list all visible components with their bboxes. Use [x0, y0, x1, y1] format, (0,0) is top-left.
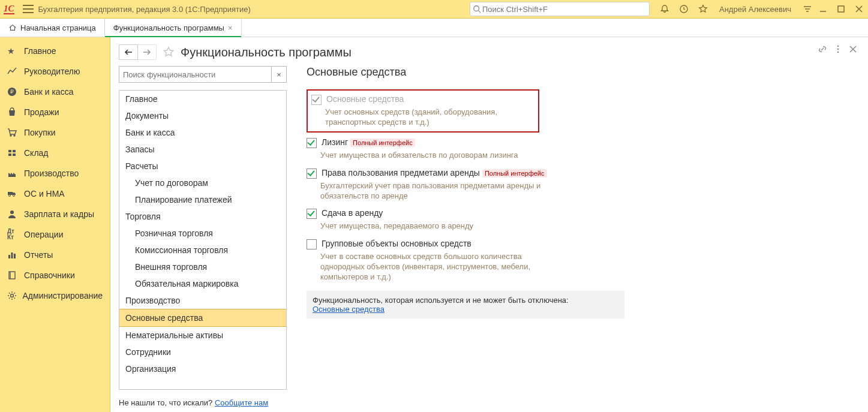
rent-rights-checkbox[interactable]	[307, 169, 317, 179]
functionality-search-input[interactable]	[119, 67, 271, 82]
tree-item[interactable]: Учет по договорам	[119, 175, 286, 191]
leasing-label: ЛизингПолный интерфейс	[322, 137, 415, 147]
sidebar-item-manager[interactable]: Руководителю	[0, 61, 110, 82]
content-row: × Главное Документы Банк и касса Запасы …	[119, 66, 857, 407]
close-button[interactable]	[854, 4, 864, 14]
nav-back-button[interactable]	[119, 44, 138, 60]
functionality-search[interactable]: ×	[119, 66, 287, 83]
sidebar-item-reports[interactable]: Отчеты	[0, 245, 110, 265]
book-icon	[7, 270, 20, 280]
tab-functionality[interactable]: Функциональность программы ×	[105, 19, 242, 37]
tree-item[interactable]: Главное	[119, 91, 286, 107]
rent-out-checkbox[interactable]	[307, 209, 317, 219]
body: ★Главное Руководителю ₽Банк и касса Прод…	[0, 37, 868, 412]
settings-lines-icon[interactable]	[802, 4, 813, 14]
bag-icon	[7, 107, 20, 117]
tree-item[interactable]: Нематериальные активы	[119, 327, 286, 344]
tree-item[interactable]: Торговля	[119, 208, 286, 225]
sidebar-item-stock[interactable]: Склад	[0, 143, 110, 163]
bars-icon	[7, 250, 20, 260]
tree-item[interactable]: Комиссионная торговля	[119, 242, 286, 258]
tab-close-icon[interactable]: ×	[228, 23, 233, 32]
minimize-button[interactable]	[818, 4, 828, 14]
sidebar-item-operations[interactable]: ДтКтОперации	[0, 224, 110, 245]
functionality-tree[interactable]: Главное Документы Банк и касса Запасы Ра…	[119, 90, 287, 390]
sidebar-item-label: Продажи	[24, 107, 59, 117]
favorite-star-icon[interactable]	[163, 46, 175, 58]
tree-item[interactable]: Организация	[119, 360, 286, 377]
settings-list: Основные средства Учет основных средств …	[307, 89, 857, 318]
clear-search-icon[interactable]: ×	[271, 67, 286, 82]
ruble-icon: ₽	[7, 87, 20, 97]
fixed-assets-checkbox	[311, 95, 322, 105]
link-icon[interactable]	[818, 44, 827, 54]
svg-rect-22	[8, 255, 10, 258]
sidebar-item-label: Операции	[24, 230, 64, 239]
used-link[interactable]: Основные средства	[313, 305, 385, 314]
sidebar-item-refs[interactable]: Справочники	[0, 265, 110, 285]
gear-icon	[7, 291, 19, 300]
settings-column: Основные средства Основные средства Учет…	[298, 66, 857, 407]
interface-badge: Полный интерфейс	[350, 139, 415, 147]
page-close-icon[interactable]	[849, 45, 857, 53]
sidebar-item-os[interactable]: ОС и НМА	[0, 184, 110, 204]
star-icon: ★	[7, 46, 20, 56]
factory-icon	[7, 169, 20, 178]
nav-forward-button[interactable]	[138, 44, 157, 60]
svg-rect-17	[13, 154, 16, 156]
tree-item[interactable]: Документы	[119, 107, 286, 124]
sidebar-item-main[interactable]: ★Главное	[0, 41, 110, 61]
svg-text:₽: ₽	[10, 89, 14, 95]
tab-home[interactable]: Начальная страница	[0, 19, 105, 37]
main-menu-icon[interactable]	[23, 5, 34, 13]
history-icon[interactable]	[678, 4, 689, 14]
used-functionality-panel: Функциональность, которая используется и…	[307, 291, 624, 318]
svg-rect-7	[838, 6, 844, 12]
user-name[interactable]: Андрей Алексеевич	[719, 5, 791, 14]
global-search[interactable]	[470, 2, 650, 16]
svg-point-13	[14, 135, 15, 136]
tree-item[interactable]: Планирование платежей	[119, 191, 286, 208]
search-icon	[473, 5, 481, 13]
tree-item-fixed-assets[interactable]: Основные средства	[119, 309, 286, 327]
app-title: Бухгалтерия предприятия, редакция 3.0 (1…	[38, 5, 251, 14]
svg-rect-18	[8, 192, 13, 195]
leasing-checkbox[interactable]	[307, 138, 317, 148]
page-toolbar-right	[818, 44, 857, 54]
page-title: Функциональность программы	[181, 46, 352, 59]
tree-item[interactable]: Внешняя торговля	[119, 258, 286, 275]
tree-item[interactable]: Расчеты	[119, 158, 286, 175]
tree-item[interactable]: Запасы	[119, 141, 286, 158]
tree-item[interactable]: Банк и касса	[119, 124, 286, 141]
fixed-assets-label: Основные средства	[326, 94, 404, 104]
sidebar-item-label: Зарплата и кадры	[24, 209, 94, 219]
top-toolbar: Андрей Алексеевич	[659, 4, 813, 14]
sidebar-item-purchases[interactable]: Покупки	[0, 122, 110, 143]
svg-point-12	[10, 135, 11, 136]
sidebar-item-label: Главное	[24, 46, 56, 56]
sidebar-item-bank[interactable]: ₽Банк и касса	[0, 82, 110, 102]
tree-item[interactable]: Обязательная маркировка	[119, 275, 286, 292]
sidebar-item-admin[interactable]: Администрирование	[0, 285, 110, 306]
global-search-input[interactable]	[481, 4, 647, 14]
bell-icon[interactable]	[659, 4, 670, 14]
footer-help-line: Не нашли то, что искали? Сообщите нам	[119, 398, 287, 407]
tree-item[interactable]: Производство	[119, 292, 286, 309]
sidebar-item-salary[interactable]: Зарплата и кадры	[0, 204, 110, 224]
group-objects-checkbox[interactable]	[307, 239, 317, 249]
section-title: Основные средства	[307, 66, 857, 79]
report-link[interactable]: Сообщите нам	[215, 398, 268, 407]
sidebar-item-label: Администрирование	[23, 291, 103, 300]
svg-rect-14	[8, 150, 11, 152]
svg-point-0	[474, 6, 479, 11]
sidebar-item-production[interactable]: Производство	[0, 163, 110, 184]
svg-line-1	[479, 11, 481, 13]
maximize-button[interactable]	[836, 4, 846, 14]
svg-point-27	[11, 294, 14, 297]
sidebar-item-label: ОС и НМА	[24, 189, 65, 199]
star-icon[interactable]	[698, 4, 708, 14]
tree-item[interactable]: Розничная торговля	[119, 225, 286, 242]
tree-item[interactable]: Сотрудники	[119, 344, 286, 360]
sidebar-item-sales[interactable]: Продажи	[0, 102, 110, 122]
more-icon[interactable]	[837, 44, 839, 54]
